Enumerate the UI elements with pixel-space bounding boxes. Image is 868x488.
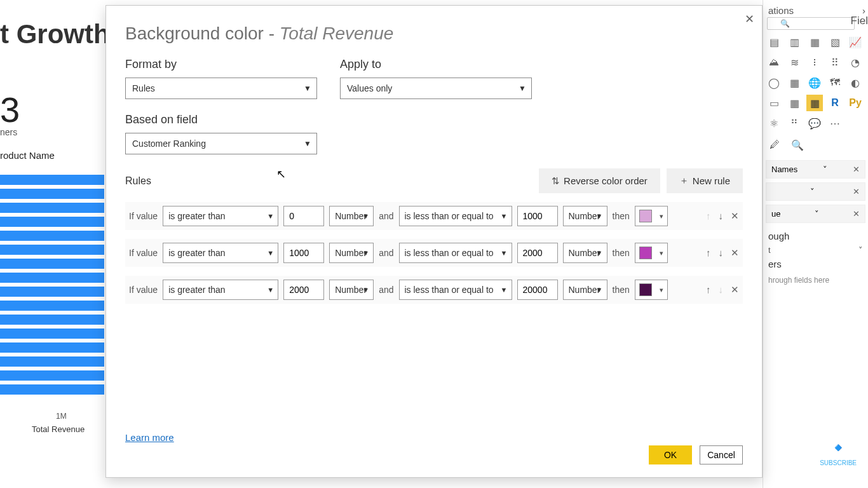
chevron-down-icon[interactable]: ˅ — [810, 187, 815, 196]
new-rule-button[interactable]: ＋New rule — [667, 168, 743, 193]
clustered-column-icon[interactable]: ▧ — [827, 34, 843, 50]
value1-input[interactable] — [283, 243, 324, 263]
subscribe-watermark: 🔷 SUBSCRIBE — [820, 444, 857, 466]
learn-more-link[interactable]: Learn more — [125, 432, 174, 443]
delete-rule-icon[interactable]: ✕ — [731, 284, 739, 295]
big-number: 3 — [0, 89, 20, 130]
operator2-select[interactable]: is less than or equal to▼ — [399, 206, 512, 226]
type1-select[interactable]: Number▼ — [329, 280, 374, 300]
pie-chart-icon[interactable]: ◔ — [847, 54, 864, 71]
map-icon[interactable]: 🌐 — [806, 74, 823, 91]
apply-to-label: Apply to — [340, 58, 532, 71]
donut-chart-icon[interactable]: ◯ — [766, 74, 782, 91]
value2-input[interactable] — [517, 280, 558, 300]
visualization-gallery: ▤ ▥ ▦ ▧ 📈 ⛰ ≋ ⫶ ⠿ ◔ ◯ ▦ 🌐 🗺 ◐ ▭ ▦ ▦ R Py… — [763, 31, 868, 134]
operator1-select[interactable]: is greater than▼ — [163, 243, 278, 263]
and-label: and — [379, 211, 393, 221]
rule-row: If valueis greater than▼Number▼andis les… — [125, 239, 743, 267]
scatter-icon[interactable]: ⠿ — [827, 54, 843, 71]
rule-row: If valueis greater than▼Number▼andis les… — [125, 202, 743, 230]
move-up-icon[interactable]: ↑ — [706, 247, 711, 259]
apply-to-select[interactable]: Values only▼ — [340, 78, 532, 99]
if-value-label: If value — [129, 248, 158, 258]
card-icon[interactable]: ▭ — [766, 95, 782, 111]
then-label: then — [613, 211, 630, 221]
chevron-down-icon[interactable]: ˅ — [815, 209, 819, 219]
format-by-label: Format by — [125, 58, 317, 71]
stacked-bar-icon[interactable]: ▤ — [766, 34, 782, 50]
color-picker[interactable]: ▾ — [635, 243, 668, 263]
key-influencers-icon[interactable]: ⚛ — [766, 115, 782, 132]
line-chart-icon[interactable]: 📈 — [847, 34, 864, 50]
and-label: and — [379, 285, 393, 295]
py-visual-icon[interactable]: Py — [847, 95, 864, 111]
reverse-color-order-button[interactable]: ⇅Reverse color order — [539, 168, 660, 193]
operator2-select[interactable]: is less than or equal to▼ — [399, 280, 512, 300]
format-tab-icon[interactable]: 🔍 — [791, 139, 804, 151]
remove-field-icon[interactable]: ✕ — [853, 209, 860, 219]
based-on-field-label: Based on field — [125, 113, 743, 126]
value2-input[interactable] — [517, 243, 558, 263]
dialog-title: Background color - Total Revenue — [125, 24, 743, 44]
color-picker[interactable]: ▾ — [635, 280, 668, 300]
remove-field-icon[interactable]: ✕ — [853, 165, 860, 174]
waterfall-icon[interactable]: ⫶ — [806, 54, 823, 71]
field-well-row-3[interactable]: ue ˅ ✕ — [766, 205, 865, 223]
format-by-select[interactable]: Rules▼ — [125, 78, 317, 99]
filled-map-icon[interactable]: 🗺 — [827, 74, 843, 91]
swap-icon: ⇅ — [552, 175, 560, 187]
type2-select[interactable]: Number▼ — [563, 280, 607, 300]
table-icon[interactable]: ▦ — [786, 95, 803, 111]
ok-button[interactable]: OK — [649, 445, 692, 464]
clustered-bar-icon[interactable]: ▥ — [786, 34, 803, 50]
ribbon-chart-icon[interactable]: ≋ — [786, 54, 803, 71]
r-visual-icon[interactable]: R — [827, 95, 843, 111]
area-chart-icon[interactable]: ⛰ — [766, 54, 782, 71]
field-well-row-1[interactable]: Names ˅ ✕ — [766, 160, 865, 179]
qa-icon[interactable]: 💬 — [806, 115, 823, 132]
visualizations-header: ations — [768, 5, 794, 16]
gauge-icon[interactable]: ◐ — [847, 74, 864, 91]
delete-rule-icon[interactable]: ✕ — [731, 247, 739, 259]
matrix-icon[interactable]: ▦ — [806, 95, 823, 111]
drillthrough-hint: hrough fields here — [763, 273, 868, 287]
chevron-down-icon[interactable]: ˅ — [823, 165, 827, 174]
move-up-icon[interactable]: ↑ — [706, 284, 711, 295]
chevron-down-icon[interactable]: ˅ — [858, 245, 863, 255]
fields-header: Fiel — [851, 15, 868, 27]
rules-label: Rules — [125, 175, 151, 187]
type2-select[interactable]: Number▼ — [563, 206, 607, 226]
based-on-field-select[interactable]: Customer Ranking▼ — [125, 133, 317, 154]
close-icon[interactable]: ✕ — [745, 12, 754, 26]
chevron-down-icon: ▼ — [304, 84, 311, 93]
filters-label-fragment: ers — [763, 255, 868, 273]
operator1-select[interactable]: is greater than▼ — [163, 280, 278, 300]
move-down-icon: ↓ — [719, 284, 724, 295]
value2-input[interactable] — [517, 206, 558, 226]
remove-field-icon[interactable]: ✕ — [853, 187, 860, 196]
chevron-down-icon: ▼ — [304, 139, 311, 148]
operator2-select[interactable]: is less than or equal to▼ — [399, 243, 512, 263]
subtitle-fragment: ners — [0, 127, 17, 137]
type2-select[interactable]: Number▼ — [563, 243, 607, 263]
plus-icon: ＋ — [679, 175, 689, 187]
more-visuals-icon[interactable]: ⋯ — [827, 115, 843, 132]
search-input[interactable] — [767, 17, 855, 30]
treemap-icon[interactable]: ▦ — [786, 74, 803, 91]
field-well-row-2[interactable]: ˅ ✕ — [766, 182, 865, 201]
decomposition-icon[interactable]: ⠛ — [786, 115, 803, 132]
move-down-icon[interactable]: ↓ — [719, 210, 724, 222]
color-picker[interactable]: ▾ — [635, 206, 668, 226]
operator1-select[interactable]: is greater than▼ — [163, 206, 278, 226]
value1-input[interactable] — [283, 206, 324, 226]
delete-rule-icon[interactable]: ✕ — [731, 210, 739, 222]
cancel-button[interactable]: Cancel — [700, 445, 743, 464]
move-down-icon[interactable]: ↓ — [719, 247, 724, 259]
type1-select[interactable]: Number▼ — [329, 206, 374, 226]
fields-tab-icon[interactable]: 🖉 — [770, 139, 780, 151]
stacked-column-icon[interactable]: ▦ — [806, 34, 823, 50]
value1-input[interactable] — [283, 280, 324, 300]
bar-chart-fragment — [0, 175, 105, 398]
x-axis-label: Total Revenue — [32, 424, 85, 434]
type1-select[interactable]: Number▼ — [329, 243, 374, 263]
